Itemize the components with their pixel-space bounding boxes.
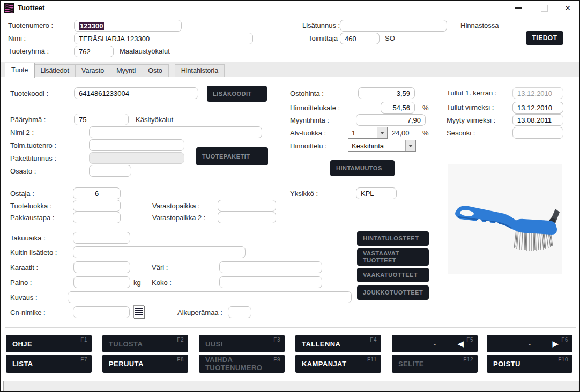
hintatulosteet-button[interactable]: HINTATULOSTEET: [357, 231, 429, 246]
fkey-label: F11: [367, 357, 377, 363]
karaatit-label: Karaatit :: [10, 263, 38, 272]
peruuta-label: PERUUTA: [109, 360, 144, 368]
fkey-label: F6: [561, 337, 568, 343]
product-image: [448, 164, 562, 274]
nimi-input[interactable]: [74, 33, 253, 44]
alv-luokka-label: Alv-luokka :: [290, 129, 326, 137]
title-bar: Tuotteet ✕: [1, 1, 579, 16]
hinnoittelu-label: Hinnoittelu :: [290, 142, 327, 150]
minimize-button[interactable]: [507, 1, 530, 16]
tuotekoodi-input[interactable]: [74, 87, 198, 99]
paino-unit: kg: [133, 278, 141, 287]
yksikko-input[interactable]: [356, 187, 397, 199]
uusi-label: UUSI: [205, 340, 223, 348]
tullut1-label: Tullut 1. kerran :: [447, 89, 496, 97]
kuitin-lisatieto-input[interactable]: [73, 246, 246, 258]
vaakatuotteet-button[interactable]: VAAKATUOTTEET: [357, 268, 429, 282]
arrow-right-icon: ▶: [552, 339, 559, 349]
product-window: Tuotteet ✕ Tuotenumero : 123300 Lisätunn…: [0, 0, 580, 392]
lisatunnus-input[interactable]: [340, 20, 447, 32]
next-button[interactable]: - ▶ F6: [487, 335, 572, 352]
kuvaus-label: Kuvaus :: [10, 293, 38, 301]
window-title: Tuotteet: [18, 4, 44, 12]
koko-label: Koko :: [152, 278, 172, 287]
osasto-label: Osasto :: [10, 167, 36, 175]
hinnoittelu-value: Keskihinta: [348, 142, 405, 150]
close-button[interactable]: ✕: [556, 1, 579, 16]
karaatit-input[interactable]: [73, 261, 130, 273]
chevron-down-icon[interactable]: [405, 140, 415, 151]
tab-tuote[interactable]: Tuote: [5, 63, 35, 78]
kampanjat-button[interactable]: KAMPANJAT F11: [295, 355, 381, 373]
joukkotuotteet-button[interactable]: JOUKKOTUOTTEET: [357, 285, 429, 300]
yksikko-label: Yksikkö :: [290, 190, 318, 198]
tuotepaketit-button[interactable]: TUOTEPAKETIT: [196, 147, 268, 165]
nimi2-input[interactable]: [89, 126, 262, 138]
lista-button[interactable]: LISTA F7: [6, 355, 92, 373]
tab-lisatiedot[interactable]: Lisätiedot: [34, 64, 76, 77]
lista-label: LISTA: [12, 360, 33, 368]
vastaavat-tuotteet-button[interactable]: VASTAAVAT TUOTTEET: [357, 248, 429, 266]
pakkaustapa-input[interactable]: [73, 212, 121, 223]
sesonki-input[interactable]: [512, 127, 563, 139]
cn-nimike-input[interactable]: [73, 306, 130, 318]
myyntihinta-input[interactable]: [356, 114, 426, 126]
varastopaikka-input[interactable]: [218, 200, 276, 212]
myyty-viimeksi-input[interactable]: [512, 114, 563, 126]
uusi-button: UUSI F3: [199, 335, 285, 352]
vaihda-tuotenumero-label: VAIHDA TUOTENUMERO: [205, 356, 270, 372]
fkey-label: F9: [273, 357, 280, 363]
maximize-icon: [541, 5, 548, 12]
tab-varasto[interactable]: Varasto: [75, 64, 110, 77]
tuoteluokka-input[interactable]: [73, 200, 121, 212]
hinnoittelu-select[interactable]: Keskihinta: [348, 140, 416, 152]
tuotekoodi-label: Tuotekoodi :: [10, 89, 48, 97]
tiedot-button[interactable]: TIEDOT: [526, 31, 563, 45]
paino-input[interactable]: [73, 276, 130, 288]
alkuperamaa-input[interactable]: [228, 306, 251, 318]
toimittaja-input[interactable]: [340, 33, 380, 44]
paaryhma-label: Pääryhmä :: [10, 116, 46, 124]
vari-input[interactable]: [219, 261, 322, 273]
poistu-button[interactable]: POISTU F10: [487, 355, 572, 373]
previous-button[interactable]: - ◀ F5: [392, 335, 478, 352]
alv-luokka-select[interactable]: 1: [348, 127, 388, 139]
tuotenumero-input[interactable]: 123300: [74, 20, 182, 32]
toimittaja-label: Toimittaja :: [308, 34, 341, 42]
ohje-label: OHJE: [12, 340, 32, 348]
maximize-button[interactable]: [533, 1, 555, 16]
tab-hintahistoria[interactable]: Hintahistoria: [175, 64, 225, 77]
close-icon: ✕: [564, 4, 571, 12]
ostohinta-input[interactable]: [358, 87, 415, 99]
peruuta-button[interactable]: PERUUTA F8: [102, 355, 188, 373]
fkey-label: F1: [80, 337, 87, 343]
alv-percent: 24,00: [392, 129, 410, 137]
vaihda-tuotenumero-button: VAIHDA TUOTENUMERO F9: [199, 355, 285, 373]
osasto-input[interactable]: [89, 165, 131, 177]
koko-input[interactable]: [219, 276, 322, 288]
tullut-viimeksi-input[interactable]: [512, 102, 563, 114]
lisakoodit-button[interactable]: LISÄKOODIT: [207, 86, 267, 102]
tuoteryhma-name: Maalaustyökalut: [120, 47, 170, 55]
kuvaus-input[interactable]: [68, 291, 352, 303]
paaryhma-input[interactable]: [74, 114, 129, 125]
ostaja-input[interactable]: [73, 187, 121, 199]
cn-lookup-list-icon[interactable]: [133, 305, 144, 318]
takuuaika-input[interactable]: [73, 232, 130, 244]
tuoteryhma-input[interactable]: [74, 46, 114, 57]
alv-luokka-value: 1: [348, 129, 377, 137]
alkuperamaa-label: Alkuperämaa :: [177, 308, 222, 316]
hintamuutos-button[interactable]: HINTAMUUTOS: [330, 160, 395, 176]
tab-osto[interactable]: Osto: [142, 64, 168, 77]
lisatunnus-label: Lisätunnus :: [302, 21, 340, 29]
varastopaikka2-input[interactable]: [218, 212, 276, 223]
chevron-down-icon[interactable]: [377, 127, 387, 138]
status-bar: [3, 381, 579, 391]
tallenna-label: TALLENNA: [302, 340, 340, 348]
tab-myynti[interactable]: Myynti: [110, 64, 142, 77]
tallenna-button[interactable]: TALLENNA F4: [295, 335, 381, 352]
tuoteluokka-label: Tuoteluokka :: [10, 202, 52, 210]
ohje-button[interactable]: OHJE F1: [6, 335, 92, 352]
toim-tuotenro-input[interactable]: [89, 139, 184, 151]
hinnoittelukate-input[interactable]: [381, 102, 415, 114]
